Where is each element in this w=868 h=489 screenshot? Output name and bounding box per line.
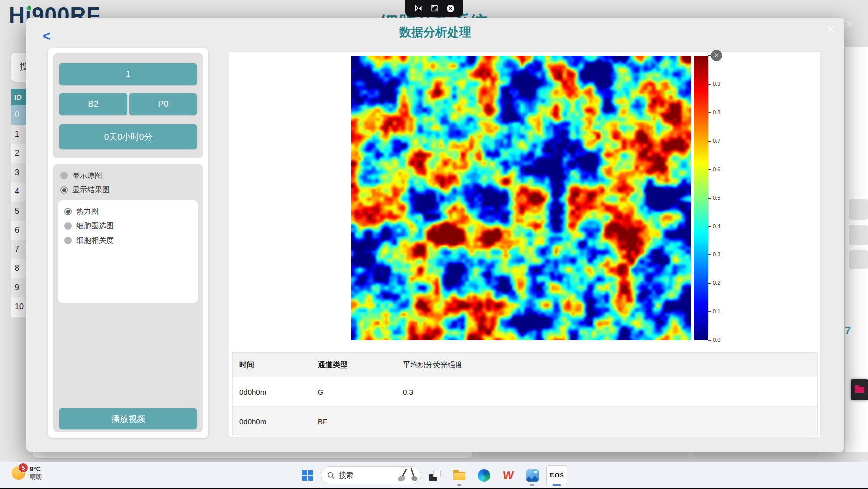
colorbar-tick-label: 0.1 (713, 308, 720, 314)
weather-condition: 晴朗 (30, 473, 42, 481)
search-placeholder: 搜索 (339, 471, 393, 480)
id-row[interactable]: 5 (11, 202, 28, 221)
edge-button[interactable] (473, 464, 495, 486)
pink-folder-icon (855, 387, 864, 393)
table-cell: 0d0h0m (233, 388, 311, 396)
colorbar-tick-label: 0.2 (713, 280, 720, 286)
radio-icon[interactable] (64, 237, 72, 244)
time-button[interactable]: 0天0小时0分 (59, 124, 197, 149)
result-table: 时间通道类型平均积分荧光强度 0d0h0mG0.30d0h0mBF (232, 352, 818, 436)
photos-icon (526, 469, 539, 482)
colorbar-tick (708, 283, 711, 284)
running-indicator (457, 484, 462, 486)
colorbar-tick-label: 0.6 (713, 166, 720, 172)
table-row[interactable]: 0d0h0mG0.3 (233, 377, 817, 406)
table-cell: G (311, 388, 396, 396)
close-capture-icon[interactable] (446, 4, 455, 13)
background-close-icon[interactable]: × (846, 17, 853, 31)
background-value-fragment: 7 (845, 324, 851, 337)
colorbar-tick (708, 141, 711, 142)
wps-button[interactable]: W (497, 464, 519, 486)
modal-close-icon[interactable]: × (826, 21, 835, 39)
radio-icon[interactable] (64, 222, 72, 230)
colorbar (694, 56, 708, 340)
eos-app-button[interactable]: EOS (546, 464, 568, 486)
radio-label: 细胞相关度 (76, 236, 114, 245)
table-header-cell: 通道类型 (311, 360, 396, 370)
radio-selected-icon[interactable] (64, 208, 72, 215)
colorbar-tick (708, 112, 711, 113)
table-header-row: 时间通道类型平均积分荧光强度 (233, 353, 817, 377)
id-column-header: ID (11, 89, 28, 105)
play-video-button[interactable]: 播放视频 (59, 408, 197, 429)
wps-icon: W (502, 469, 515, 482)
table-cell: 0.3 (396, 388, 817, 396)
colorbar-tick-label: 0.7 (713, 138, 720, 144)
colorbar-close-icon[interactable]: ✕ (711, 50, 722, 61)
screen-capture-toolbar (405, 0, 463, 17)
id-row[interactable]: 0 (11, 105, 28, 125)
table-cell: BF (311, 417, 396, 426)
id-row[interactable]: 9 (11, 278, 28, 298)
background-right-tile (849, 199, 868, 220)
taskbar-search-box[interactable]: 搜索 (321, 466, 421, 484)
colorbar-tick-label: 0.3 (713, 251, 720, 257)
start-button[interactable] (296, 464, 318, 486)
colorbar-tick-label: 0.8 (713, 109, 720, 115)
colorbar-tick (708, 169, 711, 170)
windows-logo-icon (302, 470, 313, 481)
radio-label: 细胞圈选图 (76, 221, 114, 231)
colorbar-tick (708, 226, 711, 227)
id-row[interactable]: 8 (11, 259, 28, 278)
radio-option[interactable]: 热力图 (64, 204, 192, 219)
running-indicator (530, 484, 535, 486)
radio-selected-icon[interactable] (60, 186, 68, 194)
id-row[interactable]: 6 (11, 221, 28, 240)
well-number-button[interactable]: 1 (59, 63, 197, 85)
display-mode-radio-group: 显示原图显示结果图 (60, 168, 195, 197)
id-row[interactable]: 10 (11, 297, 28, 317)
search-icon (327, 472, 335, 479)
id-row[interactable]: 4 (11, 182, 28, 202)
plate-position-button[interactable]: B2 (59, 93, 127, 115)
result-type-panel: 热力图细胞圈选图细胞相关度 (58, 200, 198, 303)
fullscreen-icon[interactable] (430, 4, 439, 12)
taskbar-center: 搜索 W EOS (296, 464, 568, 486)
result-type-radio-group: 热力图细胞圈选图细胞相关度 (64, 204, 192, 247)
photos-button[interactable] (521, 464, 543, 486)
id-row[interactable]: 3 (11, 163, 28, 183)
id-row[interactable]: 7 (11, 240, 28, 259)
radio-option[interactable]: 显示结果图 (60, 183, 195, 197)
background-id-table: ID 012345678910 (11, 89, 28, 317)
search-highlight-image (397, 468, 419, 483)
radio-label: 显示结果图 (72, 185, 110, 195)
radio-option[interactable]: 细胞相关度 (64, 233, 192, 247)
id-row[interactable]: 2 (11, 144, 28, 163)
radio-option[interactable]: 细胞圈选图 (64, 219, 192, 233)
task-view-button[interactable] (424, 464, 446, 486)
weather-widget[interactable]: 5 9°C 晴朗 (12, 465, 42, 481)
table-header-cell: 时间 (233, 360, 311, 370)
background-right-tile (849, 225, 868, 245)
table-row[interactable]: 0d0h0mBF (233, 406, 817, 436)
radio-icon[interactable] (60, 172, 68, 179)
floating-folder-shortcut[interactable] (851, 379, 868, 400)
weather-badge: 5 (18, 463, 28, 473)
screen-switch-icon[interactable] (414, 4, 423, 12)
folder-icon (453, 472, 465, 480)
radio-label: 热力图 (76, 207, 99, 216)
active-indicator (553, 484, 561, 486)
colorbar-tick (708, 198, 711, 199)
task-view-icon (429, 470, 441, 481)
table-body: 0d0h0mG0.30d0h0mBF (233, 377, 817, 436)
edge-icon (478, 469, 490, 482)
id-row[interactable]: 1 (11, 125, 28, 144)
point-position-button[interactable]: P0 (129, 93, 197, 115)
sample-info-panel: 1 B2 P0 0天0小时0分 (53, 53, 203, 158)
weather-temperature: 9°C (30, 465, 42, 473)
table-cell: 0d0h0m (233, 417, 311, 426)
colorbar-tick-label: 0.4 (713, 223, 720, 229)
id-rows: 012345678910 (11, 105, 28, 317)
file-explorer-button[interactable] (448, 464, 470, 486)
radio-option[interactable]: 显示原图 (60, 168, 195, 183)
